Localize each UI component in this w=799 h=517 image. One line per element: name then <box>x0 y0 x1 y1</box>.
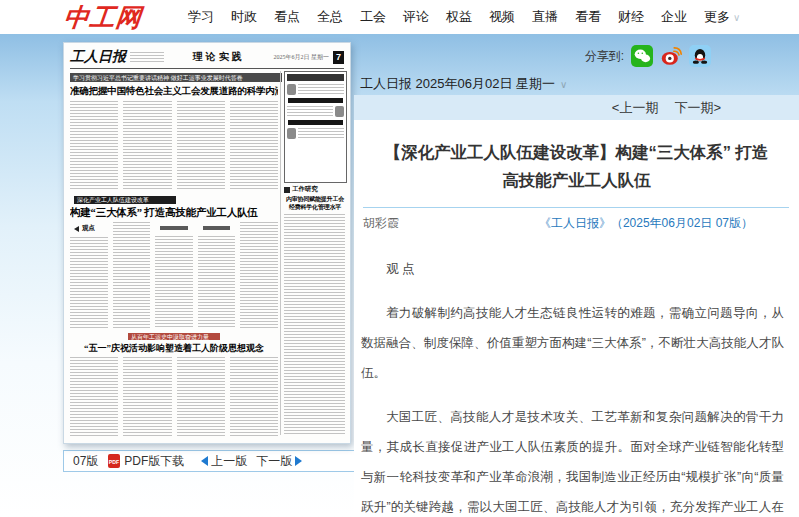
nav-item-watch[interactable]: 看看 <box>575 8 601 26</box>
title-divider <box>363 207 789 208</box>
more-label: 更多 <box>704 9 730 24</box>
nav-item-highlights[interactable]: 看点 <box>274 8 300 26</box>
nav-item-live[interactable]: 直播 <box>532 8 558 26</box>
infographic-row <box>287 106 344 117</box>
mid-kicker-text: 深化产业工人队伍建设改革 <box>77 197 149 203</box>
left-arrow-icon <box>201 456 208 466</box>
nav-item-comment[interactable]: 评论 <box>403 8 429 26</box>
nav-item-video[interactable]: 视频 <box>489 8 515 26</box>
share-bar: 分享到: <box>585 45 711 67</box>
article-paragraph-1: 着力破解制约高技能人才生态链良性运转的难题，需确立问题导向，从数据融合、制度保障… <box>361 298 784 388</box>
newspaper-text-column <box>123 101 171 191</box>
newspaper-masthead: 工人日报 <box>70 48 126 66</box>
next-issue-link[interactable]: 下一期> <box>674 99 721 117</box>
nav-item-rights[interactable]: 权益 <box>446 8 472 26</box>
lower-text-columns <box>70 357 278 436</box>
issue-selector-label: 工人日报 2025年06月02日 星期一 <box>360 75 555 93</box>
cartoon-figure <box>335 106 344 117</box>
reader-panel: 分享到: 工人日报 2025年06月02日 星期一 ∨ <上一期 下一期> <box>354 34 799 517</box>
nav-item-finance[interactable]: 财经 <box>618 8 644 26</box>
issue-info-link[interactable]: （2025年06月02日 07版） <box>611 216 753 230</box>
newspaper-text-column <box>177 101 225 191</box>
qq-share-icon[interactable] <box>689 45 711 67</box>
nav-item-union[interactable]: 工会 <box>360 8 386 26</box>
infographic-box <box>284 71 347 183</box>
article-paragraph-2: 大国工匠、高技能人才是技术攻关、工艺革新和复杂问题解决的骨干力量，其成长直接促进… <box>361 402 784 517</box>
nav-item-enterprise[interactable]: 企业 <box>661 8 687 26</box>
section-marker-icon <box>284 187 290 193</box>
newspaper-text-column <box>240 222 278 328</box>
newspaper-page-image[interactable]: 工人日报 理论实践 2025年6月2日 星期一 7 学习贯彻习近平总书记重要讲话… <box>63 42 351 444</box>
newspaper-text-column <box>230 357 278 436</box>
chevron-down-icon: ∨ <box>560 79 567 90</box>
article-body: 观 点 着力破解制约高技能人才生态链良性运转的难题，需确立问题导向，从数据融合、… <box>361 254 784 517</box>
newspaper-text-column <box>113 222 151 328</box>
newspaper-text-column <box>70 101 118 191</box>
infographic-text <box>298 84 344 95</box>
top-nav: 中工网 学习 时政 看点 全总 工会 评论 权益 视频 直播 看看 财经 企业 … <box>0 0 799 34</box>
mid-headline: 构建“三大体系” 打造高技能产业工人队伍 <box>70 206 278 220</box>
newspaper-text-column <box>123 357 171 436</box>
wechat-share-icon[interactable] <box>631 45 653 67</box>
article-reader: 【深化产业工人队伍建设改革】构建“三大体系” 打造高技能产业工人队伍 胡彩霞 《… <box>354 120 799 517</box>
infographic-row <box>287 84 344 95</box>
prev-issue-link[interactable]: <上一期 <box>612 99 659 117</box>
weibo-share-icon[interactable] <box>660 45 682 67</box>
newspaper-section-title: 理论实践 <box>168 50 270 64</box>
nav-item-politics[interactable]: 时政 <box>231 8 257 26</box>
article-author: 胡彩霞 <box>363 215 399 232</box>
nav-item-more[interactable]: 更多∨ <box>704 8 740 26</box>
nav-item-study[interactable]: 学习 <box>188 8 214 26</box>
svg-text:PDF: PDF <box>109 459 119 465</box>
pdf-download-label: PDF版下载 <box>124 453 184 470</box>
viewpoint-tag: 观点 <box>74 224 108 233</box>
masthead-rule <box>70 68 344 69</box>
main-menu: 学习 时政 看点 全总 工会 评论 权益 视频 直播 看看 财经 企业 更多∨ <box>188 8 740 26</box>
infographic-subhead-bar <box>288 120 343 125</box>
banner-text-columns <box>70 101 278 191</box>
prev-page-button[interactable]: 上一版 <box>201 453 247 470</box>
lower-kicker: 从百年工运史中汲取奋进力量 <box>128 333 220 340</box>
newspaper-page-number: 7 <box>333 51 344 64</box>
newspaper-column: 工人日报 理论实践 2025年6月2日 星期一 7 学习贯彻习近平总书记重要讲话… <box>63 42 351 472</box>
mid-kicker: 深化产业工人队伍建设改革 <box>74 196 176 204</box>
viewpoint-label: 观点 <box>82 224 95 233</box>
content-area: 工人日报 理论实践 2025年6月2日 星期一 7 学习贯彻习近平总书记重要讲话… <box>0 34 799 517</box>
banner-kicker-text: 学习贯彻习近平总书记重要讲话精神 做好工运事业发展时代答卷 <box>73 75 243 81</box>
prev-page-label: 上一版 <box>211 453 247 470</box>
issue-nav-band: <上一期 下一期> <box>354 95 799 120</box>
infographic-text <box>298 128 344 139</box>
side-section-label: 工作研究 <box>284 185 346 194</box>
infographic-text <box>287 106 333 117</box>
sub-headline-bar <box>203 226 231 230</box>
newspaper-text-column <box>155 222 193 328</box>
right-arrow-icon <box>295 456 302 466</box>
lower-headline: “五一”庆祝活动影响塑造着工人阶级思想观念 <box>72 342 276 355</box>
share-label: 分享到: <box>585 48 624 65</box>
side-section-text: 工作研究 <box>292 185 318 194</box>
newspaper-date: 2025年6月2日 星期一 <box>274 53 330 62</box>
newspaper-text-column <box>177 357 225 436</box>
lower-kicker-text: 从百年工运史中汲取奋进力量 <box>131 334 209 340</box>
site-logo[interactable]: 中工网 <box>62 1 143 34</box>
newspaper-text-column <box>70 357 118 436</box>
newspaper-text-column <box>230 101 278 191</box>
issue-selector[interactable]: 工人日报 2025年06月02日 星期一 ∨ <box>360 75 567 93</box>
column-divider <box>280 71 281 435</box>
source-link[interactable]: 《工人日报》 <box>539 216 611 230</box>
paper-toolbar: 07版 PDF PDF版下载 上一版 下一版 <box>63 450 369 472</box>
newspaper-text-column <box>198 222 236 328</box>
edition-label[interactable]: 07版 <box>73 453 98 470</box>
newspaper-text-column <box>284 214 345 435</box>
horn-icon <box>74 226 79 232</box>
newspaper-text-block <box>198 236 236 328</box>
nav-item-acftu[interactable]: 全总 <box>317 8 343 26</box>
chevron-down-icon: ∨ <box>733 12 740 23</box>
next-page-button[interactable]: 下一版 <box>256 453 302 470</box>
pdf-download-link[interactable]: PDF PDF版下载 <box>107 453 184 470</box>
pdf-icon: PDF <box>107 454 121 468</box>
side-headline: 内审协同赋能提升工会经费科学化管理水平 <box>284 195 346 211</box>
infographic-subhead-bar <box>288 98 343 103</box>
masthead-info-block <box>130 52 164 62</box>
cartoon-figure <box>287 128 296 139</box>
